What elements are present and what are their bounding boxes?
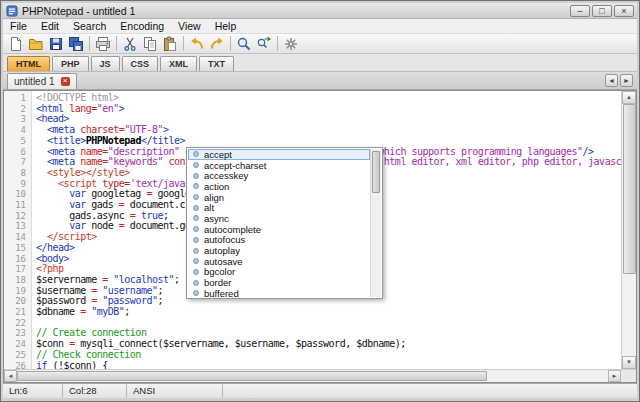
autocomplete-item[interactable]: async xyxy=(188,213,370,224)
filetype-tab-php[interactable]: PHP xyxy=(52,56,89,71)
autocomplete-item[interactable]: autocomplete xyxy=(188,224,370,235)
attribute-icon xyxy=(193,215,199,221)
filetype-tab-xml[interactable]: XML xyxy=(160,56,197,71)
autocomplete-item[interactable]: bgcolor xyxy=(188,267,370,278)
autocomplete-item[interactable]: border xyxy=(188,277,370,288)
autocomplete-item[interactable]: align xyxy=(188,192,370,203)
line-number: 2 xyxy=(4,104,31,115)
autocomplete-item[interactable]: accesskey xyxy=(188,170,370,181)
maximize-button[interactable]: □ xyxy=(592,5,612,17)
autocomplete-item[interactable]: alt xyxy=(188,202,370,213)
attribute-icon xyxy=(193,237,199,243)
autocomplete-item[interactable]: autosave xyxy=(188,256,370,267)
autocomplete-item[interactable]: accept xyxy=(188,149,370,160)
cut-button[interactable] xyxy=(120,35,140,53)
find-icon xyxy=(236,36,252,52)
filetype-tab-css[interactable]: CSS xyxy=(122,56,159,71)
toolbar-separator xyxy=(277,36,278,51)
horizontal-scrollbar[interactable]: ◄ ► xyxy=(4,369,636,382)
toolbar xyxy=(3,34,637,54)
menu-item-edit[interactable]: Edit xyxy=(34,19,66,33)
open-folder-icon xyxy=(28,36,44,52)
autocomplete-item-label: action xyxy=(204,181,229,192)
autocomplete-item-label: autoplay xyxy=(204,245,240,256)
new-file-icon xyxy=(8,36,24,52)
autocomplete-item[interactable]: autofocus xyxy=(188,235,370,246)
undo-button[interactable] xyxy=(187,35,207,53)
code-line: <html lang="en"> xyxy=(36,104,621,115)
vertical-scroll-thumb[interactable] xyxy=(623,104,636,274)
status-encoding-indicator: ANSI xyxy=(127,384,223,398)
line-number: 6 xyxy=(4,147,31,158)
horizontal-scroll-track[interactable] xyxy=(17,370,608,382)
line-number: 9 xyxy=(4,179,31,190)
autocomplete-item-label: accept-charset xyxy=(204,160,266,171)
minimize-button[interactable]: – xyxy=(570,5,590,17)
close-button[interactable]: × xyxy=(614,5,634,17)
autocomplete-list: acceptaccept-charsetaccesskeyactionalign… xyxy=(188,149,370,297)
menu-item-help[interactable]: Help xyxy=(208,19,244,33)
copy-button[interactable] xyxy=(140,35,160,53)
tab-scroll-right-icon[interactable]: ► xyxy=(620,74,633,87)
attribute-icon xyxy=(193,151,199,157)
line-number: 1 xyxy=(4,93,31,104)
undo-icon xyxy=(189,36,205,52)
attribute-icon xyxy=(193,205,199,211)
document-tab-label: untitled 1 xyxy=(14,76,55,87)
autocomplete-item[interactable]: autoplay xyxy=(188,245,370,256)
document-tab[interactable]: untitled 1 × xyxy=(7,73,77,89)
open-folder-button[interactable] xyxy=(26,35,46,53)
autocomplete-item-label: accept xyxy=(204,149,232,160)
print-button[interactable] xyxy=(93,35,113,53)
menu-item-encoding[interactable]: Encoding xyxy=(113,19,171,33)
attribute-icon xyxy=(193,226,199,232)
title-bar[interactable]: PHPNotepad - untitled 1 – □ × xyxy=(3,3,637,19)
scroll-up-icon[interactable]: ▲ xyxy=(622,91,636,104)
filetype-tab-txt[interactable]: TXT xyxy=(199,56,234,71)
save-button[interactable] xyxy=(46,35,66,53)
menu-item-search[interactable]: Search xyxy=(66,19,113,33)
app-icon xyxy=(6,5,18,17)
scroll-right-icon[interactable]: ► xyxy=(608,370,621,382)
filetype-tab-js[interactable]: JS xyxy=(91,56,120,71)
find-button[interactable] xyxy=(234,35,254,53)
document-tab-bar: untitled 1 × ◄ ► xyxy=(3,72,637,90)
menu-item-view[interactable]: View xyxy=(171,19,208,33)
autocomplete-item[interactable]: buffered xyxy=(188,288,370,297)
line-number: 10 xyxy=(4,189,31,200)
line-number: 20 xyxy=(4,296,31,307)
menu-item-file[interactable]: File xyxy=(3,19,34,33)
status-column-indicator: Col:28 xyxy=(63,384,127,398)
line-number: 12 xyxy=(4,211,31,222)
autocomplete-item[interactable]: accept-charset xyxy=(188,160,370,171)
code-line: // Check connection xyxy=(36,350,621,361)
redo-button[interactable] xyxy=(207,35,227,53)
scroll-left-icon[interactable]: ◄ xyxy=(4,370,17,382)
toolbar-separator xyxy=(89,36,90,51)
autocomplete-item[interactable]: action xyxy=(188,181,370,192)
line-number: 8 xyxy=(4,168,31,179)
line-number: 25 xyxy=(4,350,31,361)
attribute-icon xyxy=(193,248,199,254)
new-file-button[interactable] xyxy=(6,35,26,53)
settings-button[interactable] xyxy=(281,35,301,53)
tab-close-icon[interactable]: × xyxy=(61,77,70,86)
attribute-icon xyxy=(193,183,199,189)
autocomplete-item-label: border xyxy=(204,277,231,288)
save-all-button[interactable] xyxy=(66,35,86,53)
code-line: if (!$conn) { xyxy=(36,361,621,369)
line-number: 23 xyxy=(4,328,31,339)
line-number: 18 xyxy=(4,275,31,286)
horizontal-scroll-thumb[interactable] xyxy=(17,371,487,381)
autocomplete-item-label: autocomplete xyxy=(204,224,261,235)
replace-button[interactable] xyxy=(254,35,274,53)
tab-scroll-left-icon[interactable]: ◄ xyxy=(605,74,618,87)
paste-button[interactable] xyxy=(160,35,180,53)
attribute-icon xyxy=(193,290,199,296)
line-number: 4 xyxy=(4,125,31,136)
autocomplete-scrollbar[interactable] xyxy=(370,149,381,297)
filetype-tab-html[interactable]: HTML xyxy=(7,56,50,71)
vertical-scrollbar[interactable]: ▲ ▼ xyxy=(621,91,636,369)
autocomplete-scroll-thumb[interactable] xyxy=(372,151,380,193)
scroll-down-icon[interactable]: ▼ xyxy=(622,356,636,369)
